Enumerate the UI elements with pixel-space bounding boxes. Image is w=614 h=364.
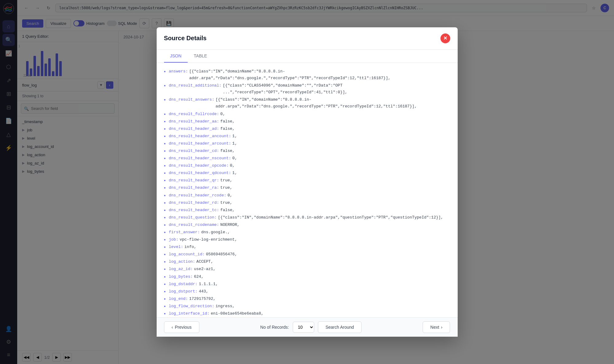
json-value-dns-result-fullrcode: 0, [220,111,225,118]
json-bullet: ● [164,267,168,272]
json-value-dns-result-header-ad: false, [220,126,235,132]
json-value-log-bytes: 624, [194,273,204,280]
json-bullet: ● [164,311,168,316]
json-value-log-interface-id: eni-08e1ae654be6eaba8, [211,310,264,317]
source-details-modal: Source Details ✕ JSON TABLE ● answers: [… [157,27,458,337]
json-key-dns-result-answers: dns_result_answers: [169,96,214,103]
records-label: No of Records: [260,325,289,330]
json-value-dns-result-header-opcode: 0, [230,162,235,169]
json-line: ● log_flow_direction: ingress, [164,303,450,310]
json-line: ● log_dstaddr: 1.1.1.1, [164,281,450,288]
footer-center: No of Records: 10 25 50 100 Search Aroun… [260,321,362,333]
json-value-dns-result-header-ancount: 1, [232,133,237,140]
json-bullet: ● [164,289,168,294]
json-bullet: ● [164,193,168,198]
json-key-log-end: log_end: [169,296,188,302]
search-around-button[interactable]: Search Around [318,321,362,333]
json-line: ● job: vpc-flow-log-enrichment, [164,236,450,243]
json-bullet: ● [164,259,168,265]
json-line: ● log_interface_id: eni-08e1ae654be6eaba… [164,310,450,317]
json-value-dns-result-answers: [{"class":"IN","domainName":"8.8.8.8.in-… [216,96,450,110]
json-key-first-answer: first_answer: [169,229,200,236]
json-value-log-end: 1729175792, [189,296,216,302]
json-value-first-answer: dns.google., [201,229,230,236]
json-value-dns-result-header-aa: false, [220,118,235,125]
json-key-dns-result-header-aa: dns_result_header_aa: [169,118,219,125]
json-line: ● dns_result_header_ancount: 1, [164,133,450,140]
json-key-dns-result-header-opcode: dns_result_header_opcode: [169,162,229,169]
json-line: ● dns_result_header_cd: false, [164,147,450,155]
records-select[interactable]: 10 25 50 100 [293,322,314,333]
modal-overlay[interactable]: Source Details ✕ JSON TABLE ● answers: [… [0,0,614,364]
json-value-dns-result-header-tc: false, [220,207,235,214]
previous-button[interactable]: ‹ Previous [164,321,199,333]
json-key-dns-result-header-ancount: dns_result_header_ancount: [169,133,231,140]
json-bullet: ● [164,141,168,146]
json-key-dns-result-question: dns_result_question: [169,214,217,221]
json-bullet: ● [164,215,168,220]
json-value-log-account-id: 058694856476, [206,251,237,258]
json-key-dns-result-additional: dns_result_additional: [169,82,222,89]
json-value-dns-result-question: [{"class":"IN","domainName":"8.8.8.8.in-… [218,214,443,221]
modal-body: ● answers: [{"class":"IN","domainName":"… [157,63,458,317]
json-key-log-bytes: log_bytes: [169,273,193,280]
modal-title: Source Details [164,35,207,42]
json-bullet: ● [164,200,168,206]
json-value-level: info, [184,244,196,250]
modal-close-button[interactable]: ✕ [440,33,450,43]
json-bullet: ● [164,69,168,74]
json-line: ● dns_result_header_qr: true, [164,177,450,184]
json-line: ● log_account_id: 058694856476, [164,251,450,258]
json-bullet: ● [164,185,168,191]
json-key-answers: answers: [169,68,188,75]
json-bullet: ● [164,163,168,168]
json-bullet: ● [164,237,168,242]
json-key-dns-result-header-qdcount: dns_result_header_qdcount: [169,170,231,176]
json-value-log-dstport: 443, [199,288,208,295]
json-key-log-dstaddr: log_dstaddr: [169,281,198,288]
json-bullet: ● [164,230,168,235]
json-bullet: ● [164,126,168,132]
json-key-log-account-id: log_account_id: [169,251,205,258]
json-bullet: ● [164,304,168,309]
json-value-dns-result-rcodename: NOERROR, [220,222,239,228]
json-bullet: ● [164,97,168,103]
json-value-dns-result-header-ra: true, [220,184,232,191]
json-bullet: ● [164,223,168,228]
json-line: ● dns_result_header_ad: false, [164,125,450,133]
json-line: ● dns_result_header_arcount: 1, [164,140,450,147]
json-value-log-dstaddr: 1.1.1.1, [199,281,218,288]
json-bullet: ● [164,296,168,302]
tab-table[interactable]: TABLE [188,50,213,63]
next-button[interactable]: Next › [423,321,450,333]
json-bullet: ● [164,252,168,257]
json-key-dns-result-header-arcount: dns_result_header_arcount: [169,140,231,147]
json-bullet: ● [164,274,168,280]
json-line: ● answers: [{"class":"IN","domainName":"… [164,68,450,82]
json-key-job: job: [169,236,178,243]
json-value-dns-result-header-cd: false, [220,148,235,154]
json-line: ● log_end: 1729175792, [164,295,450,303]
json-value-dns-result-header-arcount: 1, [232,140,237,147]
json-value-dns-result-header-rcode: 0, [228,192,233,199]
json-value-job: vpc-flow-log-enrichment, [180,236,237,243]
json-line: ● dns_result_answers: [{"class":"IN","do… [164,96,450,110]
json-value-log-flow-direction: ingress, [216,303,235,310]
json-value-dns-result-header-qdcount: 1, [232,170,237,176]
json-line: ● dns_result_fullrcode: 0, [164,110,450,118]
previous-icon: ‹ [172,325,173,330]
json-key-dns-result-rcodename: dns_result_rcodename: [169,222,219,228]
json-line: ● first_answer: dns.google., [164,229,450,236]
json-line: ● dns_result_rcodename: NOERROR, [164,221,450,229]
json-line: ● dns_result_header_nscount: 0, [164,155,450,162]
json-line: ● dns_result_header_opcode: 0, [164,162,450,169]
modal-footer: ‹ Previous No of Records: 10 25 50 100 S… [157,317,458,337]
json-key-dns-result-header-ra: dns_result_header_ra: [169,184,219,191]
json-line: ● dns_result_additional: [{"class":"CLAS… [164,82,450,96]
json-key-dns-result-header-cd: dns_result_header_cd: [169,148,219,154]
tab-json[interactable]: JSON [164,50,188,63]
json-key-dns-result-fullrcode: dns_result_fullrcode: [169,111,219,118]
json-value-dns-result-additional: [{"class":"CLASS4096","domainName":"","r… [223,82,450,96]
json-key-dns-result-header-rcode: dns_result_header_rcode: [169,192,226,199]
previous-label: Previous [175,325,191,330]
